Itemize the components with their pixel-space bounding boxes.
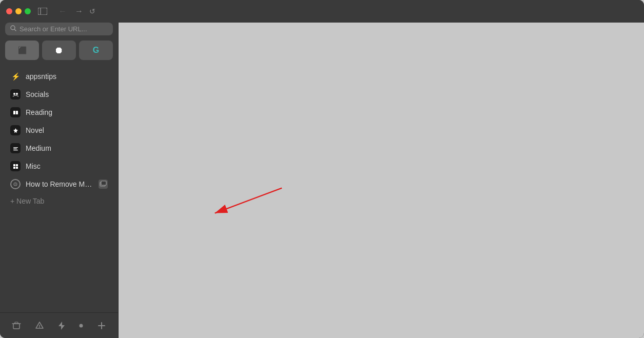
reading-icon [10,107,21,117]
sidebar: Search or Enter URL... ⬛ ⏺ G ⚡ [0,23,119,338]
svg-rect-12 [13,164,15,166]
reload-button[interactable]: ↺ [89,7,95,15]
titlebar: ← → ↺ [0,0,644,23]
svg-rect-13 [16,164,18,166]
svg-rect-6 [13,111,15,114]
sidebar-item-medium[interactable]: Medium [3,140,115,157]
svg-point-26 [39,327,40,327]
search-icon [10,25,16,33]
sidebar-nav: ⚡ appsntips [0,65,118,312]
svg-rect-21 [13,324,19,329]
sidebar-item-label: Reading [26,108,108,116]
svg-rect-10 [13,148,17,149]
sidebar-item-label: appsntips [26,72,108,81]
svg-marker-8 [13,128,18,133]
tab-badge [99,180,108,189]
sidebar-item-reading[interactable]: Reading [3,104,115,121]
sidebar-toggle-icon[interactable] [37,6,48,17]
socials-icon [10,89,21,100]
close-button[interactable] [6,8,12,14]
svg-rect-23 [15,322,18,324]
trash-button[interactable] [10,319,23,332]
sidebar-item-socials[interactable]: Socials [3,86,115,103]
main-layout: Search or Enter URL... ⬛ ⏺ G ⚡ [0,23,644,338]
maximize-button[interactable] [25,8,31,14]
sidebar-item-novel[interactable]: Novel [3,122,115,139]
content-area [119,23,644,338]
bookmark-tabs-row: ⬛ ⏺ G [0,41,118,65]
sidebar-item-new-tab[interactable]: + New Tab [3,193,115,209]
novel-icon [10,125,21,135]
svg-point-2 [11,26,15,30]
minimize-button[interactable] [15,8,22,14]
bookmark-tab-g[interactable]: G [79,41,113,60]
lightning-icon: ⚡ [10,71,21,82]
sidebar-item-label: Novel [26,126,108,134]
svg-point-5 [16,93,18,95]
svg-line-31 [215,188,282,213]
medium-icon [10,143,21,153]
new-tab-label: + New Tab [10,197,108,205]
svg-rect-9 [13,147,18,148]
lightning-bottom-button[interactable] [55,319,68,332]
back-button[interactable]: ← [56,6,69,17]
search-bar[interactable]: Search or Enter URL... [5,23,113,35]
browser-window: ← → ↺ Search or Enter URL... ⬛ [0,0,644,338]
svg-line-3 [15,30,16,31]
record-icon: ⏺ [54,45,64,56]
sidebar-item-label: Medium [26,144,108,152]
bookmark-tab-video[interactable]: ⬛ [5,41,39,60]
svg-point-27 [80,324,83,327]
svg-rect-11 [13,150,18,150]
traffic-lights [6,8,31,14]
misc-icon [10,161,21,171]
svg-rect-15 [16,167,18,169]
svg-point-4 [13,93,15,95]
annotation-arrow [119,23,644,338]
dot-button[interactable] [77,322,85,330]
sidebar-item-misc[interactable]: Misc [3,157,115,175]
g-icon: G [93,46,99,55]
sidebar-item-how-to-remove[interactable]: How to Remove Multi... [3,175,115,193]
svg-rect-14 [13,167,15,169]
filter-button[interactable] [33,319,46,332]
svg-rect-0 [38,8,47,15]
svg-rect-20 [101,181,106,185]
add-tab-button[interactable] [95,319,108,332]
sidebar-item-label: Misc [26,162,108,170]
svg-point-18 [15,185,16,185]
nav-buttons: ← → ↺ [56,6,95,17]
svg-rect-7 [16,111,18,114]
how-to-remove-icon [10,179,21,189]
video-icon: ⬛ [18,46,27,54]
sidebar-bottom-toolbar [0,312,118,338]
forward-button[interactable]: → [73,6,85,17]
sidebar-item-label: How to Remove Multi... [26,180,93,188]
search-placeholder: Search or Enter URL... [19,25,87,33]
sidebar-item-label: Socials [26,90,108,98]
sidebar-item-appsntips[interactable]: ⚡ appsntips [3,68,115,85]
bookmark-tab-record[interactable]: ⏺ [42,41,76,60]
